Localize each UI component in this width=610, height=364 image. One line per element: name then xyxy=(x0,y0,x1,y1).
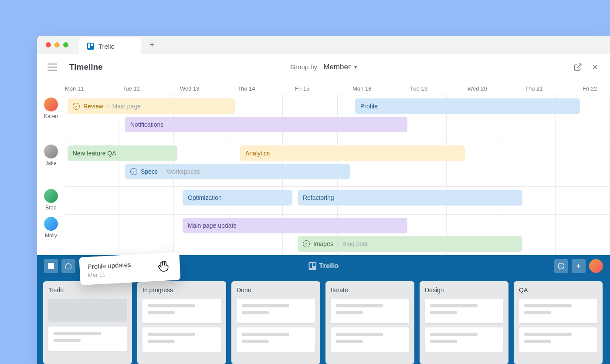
list-todo[interactable]: To-do xyxy=(43,281,132,364)
date-label: Mon 18 xyxy=(352,85,371,92)
timeline-bar-profile[interactable]: Profile xyxy=(355,98,580,114)
maximize-window-icon[interactable] xyxy=(63,42,68,47)
list-qa[interactable]: QA xyxy=(514,281,603,364)
svg-rect-7 xyxy=(50,263,52,265)
svg-rect-13 xyxy=(50,267,52,269)
timeline-bar-review[interactable]: ✓ Review ‹ Main page xyxy=(68,98,235,114)
svg-rect-2 xyxy=(91,44,93,46)
add-button[interactable] xyxy=(572,259,586,273)
bar-sub: Workspaces xyxy=(167,168,200,175)
board-lists: To-do In progress Done Iterate Design QA xyxy=(37,277,610,364)
home-button[interactable] xyxy=(61,259,75,273)
list-title: Done xyxy=(237,286,315,293)
card[interactable] xyxy=(48,327,127,351)
member-name: Jake xyxy=(45,160,56,166)
trello-icon xyxy=(308,262,316,270)
group-by-selector[interactable]: Group by: Member ▾ xyxy=(290,63,356,71)
group-by-label: Group by: xyxy=(290,63,319,71)
list-iterate[interactable]: Iterate xyxy=(325,281,414,364)
timeline-bar-main-page-update[interactable]: Main page update xyxy=(183,218,407,233)
card[interactable] xyxy=(519,327,597,352)
date-label: Mon 11 xyxy=(65,85,84,92)
timeline-bar-refactoring[interactable]: Refactoring xyxy=(298,190,522,206)
bar-label: Analytics xyxy=(245,150,270,157)
bar-sub: Blog post xyxy=(342,240,368,247)
trello-icon xyxy=(87,43,94,50)
grab-cursor-icon xyxy=(156,259,171,273)
list-title: Design xyxy=(425,286,503,293)
card[interactable] xyxy=(142,299,221,323)
card[interactable] xyxy=(237,327,315,352)
bar-sub: Main page xyxy=(112,103,141,110)
page-title: Timeline xyxy=(69,62,103,72)
avatar[interactable] xyxy=(44,189,58,203)
date-label: Tue 12 xyxy=(122,85,140,92)
member-name: Brad xyxy=(45,205,56,211)
timeline-bar-optimization[interactable]: Optimization xyxy=(183,190,292,206)
date-label: Fri 15 xyxy=(295,85,309,92)
svg-rect-17 xyxy=(313,263,315,266)
close-icon[interactable] xyxy=(591,63,600,71)
date-label: Wed 13 xyxy=(180,85,200,92)
close-window-icon[interactable] xyxy=(46,42,51,47)
timeline-bar-analytics[interactable]: Analytics xyxy=(240,145,465,161)
chevron-down-icon: ▾ xyxy=(354,64,357,70)
date-label: Thu 21 xyxy=(525,85,542,92)
check-circle-icon: ✓ xyxy=(73,103,80,110)
bar-label: Review xyxy=(83,103,103,110)
timeline-bar-specs[interactable]: ✓ Specs ‹ Workspaces xyxy=(125,164,350,179)
card[interactable] xyxy=(331,327,409,352)
menu-icon[interactable] xyxy=(47,64,57,71)
list-done[interactable]: Done xyxy=(231,281,320,364)
svg-rect-16 xyxy=(309,263,312,268)
dragging-card[interactable]: Profile updates Mar 11 xyxy=(79,252,180,285)
list-in-progress[interactable]: In progress xyxy=(137,281,226,364)
apps-button[interactable] xyxy=(44,259,58,273)
avatar[interactable] xyxy=(44,145,58,158)
new-tab-button[interactable]: + xyxy=(149,40,155,50)
timeline-bar-images[interactable]: ✓ Images ‹ Blog post xyxy=(298,236,522,252)
svg-rect-6 xyxy=(48,263,50,265)
date-label: Wed 20 xyxy=(468,85,487,92)
browser-tabbar: Trello + xyxy=(37,36,610,54)
card[interactable] xyxy=(425,299,503,323)
card[interactable] xyxy=(237,299,315,323)
plus-icon xyxy=(575,263,582,270)
separator-icon: ‹ xyxy=(161,168,163,175)
avatar[interactable] xyxy=(44,98,58,111)
bar-label: Optimization xyxy=(188,194,222,201)
card[interactable] xyxy=(142,327,221,352)
user-avatar[interactable] xyxy=(589,259,603,273)
card[interactable] xyxy=(519,299,597,323)
bar-label: Notifications xyxy=(130,121,163,128)
minimize-window-icon[interactable] xyxy=(54,42,60,47)
list-title: Iterate xyxy=(331,286,409,293)
svg-rect-8 xyxy=(52,263,54,265)
timeline-bar-new-feature[interactable]: New feature QA xyxy=(68,145,177,161)
info-icon xyxy=(558,263,565,270)
member-cell: Molly xyxy=(37,214,65,255)
browser-tab[interactable]: Trello xyxy=(79,37,141,55)
open-external-icon[interactable] xyxy=(573,63,582,71)
tab-title: Trello xyxy=(98,43,115,50)
timeline-toolbar: Timeline Group by: Member ▾ xyxy=(37,54,610,80)
list-title: To-do xyxy=(48,286,127,293)
check-circle-icon: ✓ xyxy=(130,168,137,175)
window-controls[interactable] xyxy=(46,42,68,47)
timeline-view: Mon 11 Tue 12 Wed 13 Thu 14 Fri 15 Mon 1… xyxy=(37,80,610,255)
avatar[interactable] xyxy=(44,217,58,231)
info-button[interactable] xyxy=(554,259,568,273)
member-cell: Jake xyxy=(37,142,65,186)
date-header: Mon 11 Tue 12 Wed 13 Thu 14 Fri 15 Mon 1… xyxy=(37,80,610,95)
member-cell: Karen xyxy=(37,95,65,142)
card[interactable] xyxy=(425,327,503,352)
bar-label: Main page update xyxy=(188,222,237,229)
list-title: In progress xyxy=(142,286,221,293)
list-design[interactable]: Design xyxy=(420,281,508,364)
brand-text: Trello xyxy=(319,262,339,270)
svg-rect-12 xyxy=(48,267,50,269)
timeline-bar-notifications[interactable]: Notifications xyxy=(125,117,407,132)
grid-icon xyxy=(47,263,54,270)
check-circle-icon: ✓ xyxy=(303,240,310,247)
card[interactable] xyxy=(331,299,409,323)
